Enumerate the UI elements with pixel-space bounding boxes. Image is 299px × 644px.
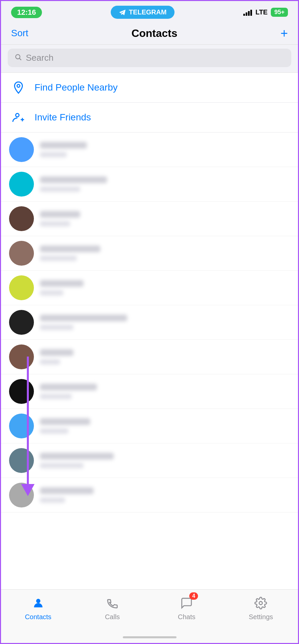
invite-friends-label: Invite Friends — [35, 112, 91, 123]
svg-point-7 — [259, 601, 263, 605]
page-title: Contacts — [132, 27, 178, 40]
contact-sub — [40, 325, 73, 330]
avatar — [9, 310, 34, 335]
contact-sub — [40, 221, 70, 226]
contact-info — [40, 418, 290, 434]
calls-tab-label: Calls — [105, 613, 120, 621]
contact-name — [40, 246, 100, 252]
tab-contacts[interactable]: Contacts — [1, 595, 75, 621]
contact-row[interactable] — [1, 132, 298, 167]
svg-point-2 — [17, 85, 20, 87]
contact-row[interactable] — [1, 409, 298, 443]
contacts-list: Find People Nearby Invite Friends — [1, 73, 298, 513]
contact-info — [40, 315, 290, 330]
search-placeholder: Search — [26, 53, 53, 63]
contact-info — [40, 349, 290, 365]
contact-sub — [40, 359, 60, 365]
contact-info — [40, 384, 290, 399]
search-icon — [14, 53, 22, 63]
svg-point-6 — [36, 599, 40, 603]
contact-name — [40, 142, 87, 149]
contact-row[interactable] — [1, 478, 298, 513]
avatar — [9, 172, 34, 197]
contact-info — [40, 453, 290, 468]
contact-info — [40, 211, 290, 226]
home-indicator — [123, 636, 177, 638]
contact-info — [40, 142, 290, 157]
contacts-tab-label: Contacts — [25, 613, 51, 621]
contact-info — [40, 176, 290, 192]
contact-row[interactable] — [1, 443, 298, 478]
status-right: LTE 95+ — [243, 8, 288, 17]
chats-tab-icon: 4 — [179, 595, 195, 611]
contact-row[interactable] — [1, 305, 298, 340]
settings-tab-icon — [253, 595, 269, 611]
search-container: Search — [1, 45, 298, 73]
chats-tab-label: Chats — [178, 613, 195, 621]
calls-tab-icon — [104, 595, 120, 611]
contact-sub — [40, 290, 63, 296]
contact-row[interactable] — [1, 340, 298, 374]
contact-row[interactable] — [1, 167, 298, 202]
svg-point-3 — [16, 113, 19, 117]
chats-badge: 4 — [189, 592, 198, 600]
settings-tab-label: Settings — [249, 613, 273, 621]
find-people-nearby-label: Find People Nearby — [35, 82, 117, 93]
invite-icon — [9, 108, 28, 127]
contact-info — [40, 487, 290, 503]
contact-name — [40, 453, 114, 460]
contact-sub — [40, 497, 65, 503]
contact-name — [40, 384, 97, 390]
tab-bar: Contacts Calls 4 Chats Settings — [1, 589, 298, 643]
contact-name — [40, 211, 80, 218]
contacts-tab-icon — [30, 595, 46, 611]
contact-name — [40, 280, 84, 287]
search-bar[interactable]: Search — [8, 49, 291, 67]
contact-info — [40, 280, 290, 296]
tab-chats[interactable]: 4 Chats — [150, 595, 224, 621]
contact-row[interactable] — [1, 236, 298, 271]
avatar — [9, 275, 34, 300]
contact-sub — [40, 394, 72, 399]
telegram-label: TELEGRAM — [129, 8, 166, 16]
contact-sub — [40, 428, 68, 434]
nav-bar: Sort Contacts + — [1, 22, 298, 45]
contact-row[interactable] — [1, 374, 298, 409]
lte-label: LTE — [255, 8, 267, 16]
annotation-arrow — [21, 357, 35, 496]
status-time: 12:16 — [11, 7, 42, 18]
contact-row[interactable] — [1, 271, 298, 305]
contact-sub — [40, 186, 80, 192]
invite-friends-item[interactable]: Invite Friends — [1, 103, 298, 132]
add-contact-button[interactable]: + — [281, 27, 288, 40]
avatar — [9, 206, 34, 231]
tab-settings[interactable]: Settings — [224, 595, 298, 621]
contact-sub — [40, 256, 77, 261]
contact-info — [40, 246, 290, 261]
contact-name — [40, 418, 90, 425]
contact-name — [40, 487, 94, 494]
telegram-badge: TELEGRAM — [111, 6, 175, 19]
contact-name — [40, 349, 73, 356]
tab-calls[interactable]: Calls — [75, 595, 149, 621]
contact-row[interactable] — [1, 202, 298, 236]
contact-name — [40, 176, 107, 183]
status-bar: 12:16 TELEGRAM LTE 95+ — [1, 1, 298, 22]
avatar — [9, 241, 34, 266]
battery-indicator: 95+ — [271, 8, 288, 17]
contact-sub — [40, 463, 84, 468]
avatar — [9, 137, 34, 162]
contact-sub — [40, 152, 67, 157]
signal-bars — [243, 9, 252, 16]
location-icon — [9, 78, 28, 97]
contact-name — [40, 315, 127, 321]
svg-line-1 — [19, 58, 21, 60]
find-people-nearby-item[interactable]: Find People Nearby — [1, 73, 298, 103]
sort-button[interactable]: Sort — [11, 28, 28, 39]
telegram-icon — [119, 9, 126, 16]
svg-point-0 — [16, 54, 20, 59]
